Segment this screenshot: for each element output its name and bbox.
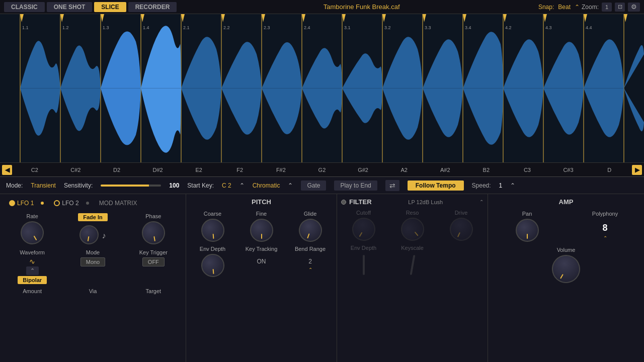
lfo1-tab[interactable]: LFO 1 bbox=[4, 198, 39, 208]
key-tracking-value[interactable]: ON bbox=[257, 258, 266, 265]
fadein-knob[interactable] bbox=[78, 224, 100, 246]
bend-range-label: Bend Range bbox=[295, 246, 326, 252]
filter-power-dot[interactable] bbox=[341, 200, 346, 205]
file-name[interactable]: Tamborine Funk Break.caf bbox=[187, 3, 536, 11]
coarse-indicator bbox=[212, 234, 214, 239]
polyphony-group: Polyphony 8 ⌃ bbox=[570, 211, 640, 242]
filter-envdepth-label: Env Depth bbox=[351, 245, 376, 251]
rate-label: Rate bbox=[27, 213, 38, 219]
drive-label: Drive bbox=[455, 210, 468, 216]
polyphony-chevron: ⌃ bbox=[603, 235, 607, 241]
gate-btn[interactable]: Gate bbox=[301, 180, 326, 191]
mode-bar: Mode: Transient Sensitivity: 100 Start K… bbox=[0, 177, 644, 194]
svg-text:3.3: 3.3 bbox=[425, 25, 431, 30]
key-b2[interactable]: B2 bbox=[473, 167, 499, 173]
zoom-in-btn[interactable]: 1 bbox=[602, 3, 612, 12]
rate-knob[interactable] bbox=[17, 217, 48, 249]
svg-text:2.1: 2.1 bbox=[183, 25, 190, 30]
key-tracking-group: Key Tracking ON bbox=[239, 246, 284, 277]
key-tracking-label: Key Tracking bbox=[246, 246, 278, 252]
wave-symbol: ∿ bbox=[29, 257, 35, 265]
key-cs2[interactable]: C#2 bbox=[63, 167, 88, 173]
loop-btn[interactable]: ⇄ bbox=[385, 180, 399, 191]
key-f2[interactable]: F2 bbox=[227, 167, 253, 173]
follow-tempo-btn[interactable]: Follow Tempo bbox=[408, 180, 464, 191]
polyphony-value[interactable]: 8 bbox=[602, 223, 607, 233]
lfo-phase-group: Phase bbox=[125, 213, 182, 244]
volume-knob[interactable] bbox=[547, 250, 585, 288]
drive-indicator bbox=[457, 232, 460, 237]
cutoff-indicator bbox=[359, 232, 362, 237]
bipolar-btn[interactable]: Bipolar bbox=[18, 276, 47, 284]
bend-range-value[interactable]: 2 bbox=[308, 258, 312, 265]
bottom-section: LFO 1 LFO 2 MOD MATRIX Rate Fade In bbox=[0, 194, 644, 362]
waveform-select: ∿ ⌃ Bipolar bbox=[18, 257, 47, 284]
reso-knob[interactable] bbox=[396, 213, 429, 246]
filter-type[interactable]: LP 12dB Lush bbox=[408, 199, 443, 205]
key-as2[interactable]: A#2 bbox=[433, 167, 458, 173]
speed-label: Speed: bbox=[472, 182, 491, 189]
key-fs2[interactable]: F#2 bbox=[268, 167, 293, 173]
pan-knob[interactable] bbox=[516, 219, 539, 242]
mod-matrix-tab[interactable]: MOD MATRIX bbox=[94, 198, 142, 208]
key-c3[interactable]: C3 bbox=[515, 167, 540, 173]
waveform-area[interactable]: 1.1 1.2 1.3 1.4 2.1 2.2 2.3 2.4 3.1 3.2 … bbox=[0, 14, 644, 163]
lfo2-power[interactable] bbox=[54, 200, 60, 206]
mono-btn[interactable]: Mono bbox=[80, 257, 106, 266]
pitch-title: PITCH bbox=[190, 198, 333, 206]
pitch-envdepth-knob[interactable] bbox=[200, 253, 225, 278]
svg-text:2.2: 2.2 bbox=[223, 25, 230, 30]
lfo-top-controls: Rate Fade In ♪ Phase bbox=[4, 213, 182, 244]
mode-value[interactable]: Transient bbox=[31, 182, 56, 189]
speed-value[interactable]: 1 bbox=[499, 182, 503, 189]
recorder-mode-btn[interactable]: RECORDER bbox=[128, 2, 177, 12]
waveform-dropdown[interactable]: ⌃ bbox=[26, 266, 39, 275]
phase-indicator bbox=[153, 236, 155, 241]
fade-in-btn[interactable]: Fade In bbox=[78, 213, 108, 221]
phase-knob[interactable] bbox=[140, 219, 167, 246]
sensitivity-slider[interactable] bbox=[101, 185, 161, 187]
key-e2[interactable]: E2 bbox=[186, 167, 211, 173]
volume-group: Volume bbox=[492, 247, 640, 283]
key-next-btn[interactable]: ▶ bbox=[632, 165, 642, 175]
drive-knob[interactable] bbox=[446, 214, 476, 244]
key-trigger-btn[interactable]: OFF bbox=[142, 257, 165, 266]
key-labels: C2 C#2 D2 D#2 E2 F2 F#2 G2 G#2 A2 A#2 B2… bbox=[12, 167, 632, 173]
fine-knob[interactable] bbox=[250, 219, 273, 242]
key-row: ◀ C2 C#2 D2 D#2 E2 F2 F#2 G2 G#2 A2 A#2 … bbox=[0, 163, 644, 177]
coarse-group: Coarse bbox=[190, 211, 235, 242]
classic-mode-btn[interactable]: CLASSIC bbox=[4, 2, 45, 12]
key-d3[interactable]: D bbox=[597, 167, 622, 173]
glide-knob[interactable] bbox=[295, 216, 325, 245]
slice-mode-btn[interactable]: SLICE bbox=[94, 2, 126, 12]
sensitivity-value: 100 bbox=[169, 182, 179, 189]
key-d2[interactable]: D2 bbox=[104, 167, 129, 173]
filter-panel: FILTER LP 12dB Lush ⌃ Cutoff Reso bbox=[337, 194, 488, 362]
coarse-knob[interactable] bbox=[200, 218, 225, 243]
volume-label: Volume bbox=[557, 247, 576, 253]
key-ds2[interactable]: D#2 bbox=[145, 167, 171, 173]
filter-envdepth-slider[interactable] bbox=[363, 255, 365, 275]
snap-value[interactable]: Beat bbox=[558, 4, 571, 11]
startkey-value[interactable]: C 2 bbox=[222, 182, 231, 189]
key-prev-btn[interactable]: ◀ bbox=[2, 165, 12, 175]
oneshot-mode-btn[interactable]: ONE SHOT bbox=[47, 2, 93, 12]
settings-btn[interactable]: ⚙ bbox=[628, 3, 640, 12]
glide-indicator bbox=[307, 233, 309, 238]
key-g2[interactable]: G2 bbox=[309, 167, 335, 173]
key-gs2[interactable]: G#2 bbox=[351, 167, 376, 173]
play-to-end-btn[interactable]: Play to End bbox=[334, 180, 377, 191]
key-cs3[interactable]: C#3 bbox=[556, 167, 581, 173]
key-c2[interactable]: C2 bbox=[22, 167, 47, 173]
chromatic-value[interactable]: Chromatic bbox=[253, 182, 280, 189]
lfo1-power[interactable] bbox=[9, 200, 15, 206]
startkey-chevron: ⌃ bbox=[239, 182, 245, 189]
zoom-fit-btn[interactable]: ⊡ bbox=[615, 3, 625, 12]
glide-group: Glide bbox=[288, 211, 333, 242]
key-a2[interactable]: A2 bbox=[391, 167, 417, 173]
rate-indicator bbox=[34, 236, 37, 241]
keyscale-slider[interactable] bbox=[410, 255, 415, 275]
phase-label: Phase bbox=[145, 213, 161, 219]
lfo2-tab[interactable]: LFO 2 bbox=[49, 198, 84, 208]
cutoff-knob[interactable] bbox=[348, 214, 379, 245]
